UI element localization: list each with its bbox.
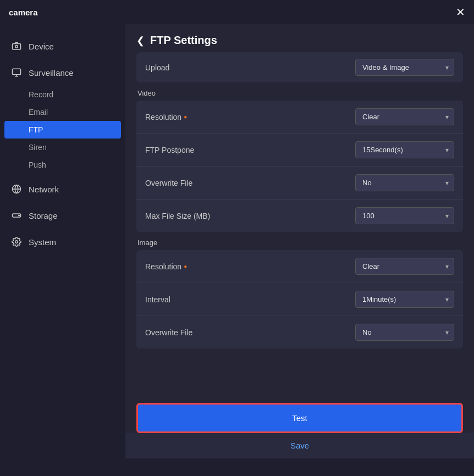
action-bar: Test bbox=[125, 403, 474, 433]
svg-point-5 bbox=[19, 215, 20, 216]
main-layout: Device Surveillance Record Email FTP bbox=[0, 24, 474, 458]
upload-dropdown-wrapper: Video & Image Video Only Image Only bbox=[355, 59, 454, 76]
video-section-label: Video bbox=[136, 89, 463, 97]
camera-icon bbox=[11, 41, 22, 52]
overwrite-file-video-dropdown-wrapper: No Yes bbox=[355, 174, 454, 191]
surveillance-sub-group: Record Email FTP Siren Push bbox=[0, 86, 125, 174]
image-resolution-dropdown[interactable]: Clear HD SD bbox=[355, 258, 454, 275]
sidebar-sub-push[interactable]: Push bbox=[0, 156, 125, 174]
video-resolution-label: Resolution ● bbox=[145, 113, 187, 121]
upload-label: Upload bbox=[145, 63, 169, 72]
max-file-size-dropdown-wrapper: 100 200 500 bbox=[355, 207, 454, 224]
interval-label: Interval bbox=[145, 295, 170, 304]
sidebar: Device Surveillance Record Email FTP bbox=[0, 24, 125, 458]
monitor-icon bbox=[11, 67, 22, 78]
sidebar-item-storage-label: Storage bbox=[29, 211, 58, 220]
max-file-size-row: Max File Size (MB) 100 200 500 bbox=[136, 200, 463, 232]
overwrite-file-image-dropdown[interactable]: No Yes bbox=[355, 324, 454, 341]
overwrite-file-image-label: Overwrite File bbox=[145, 328, 192, 337]
sidebar-item-network[interactable]: Network bbox=[0, 176, 125, 202]
ftp-postpone-row: FTP Postpone 15Second(s) 30Second(s) 60S… bbox=[136, 134, 463, 167]
app-title: camera bbox=[9, 8, 38, 17]
sidebar-item-system-label: System bbox=[29, 237, 56, 247]
overwrite-file-video-label: Overwrite File bbox=[145, 179, 192, 187]
ftp-postpone-dropdown-wrapper: 15Second(s) 30Second(s) 60Second(s) bbox=[355, 141, 454, 158]
sidebar-item-surveillance[interactable]: Surveillance bbox=[0, 59, 125, 86]
close-button[interactable]: ✕ bbox=[456, 7, 465, 18]
image-resolution-row: Resolution ● Clear HD SD bbox=[136, 250, 463, 283]
upload-dropdown[interactable]: Video & Image Video Only Image Only bbox=[355, 59, 454, 76]
video-resolution-row: Resolution ● Clear HD SD bbox=[136, 101, 463, 134]
globe-icon bbox=[11, 184, 22, 195]
sidebar-item-system[interactable]: System bbox=[0, 229, 125, 255]
save-button-row: Save bbox=[125, 433, 474, 458]
content-panel: ❮ FTP Settings Upload Video & Image Vide… bbox=[125, 24, 474, 458]
overwrite-file-video-row: Overwrite File No Yes bbox=[136, 167, 463, 200]
test-button[interactable]: Test bbox=[136, 403, 463, 433]
panel-title: FTP Settings bbox=[150, 34, 217, 47]
interval-dropdown[interactable]: 1Minute(s) 5Minute(s) 10Minute(s) bbox=[355, 291, 454, 308]
sidebar-item-device[interactable]: Device bbox=[0, 33, 125, 59]
panel-header: ❮ FTP Settings bbox=[125, 24, 474, 52]
image-resolution-dropdown-wrapper: Clear HD SD bbox=[355, 258, 454, 275]
ftp-postpone-dropdown[interactable]: 15Second(s) 30Second(s) 60Second(s) bbox=[355, 141, 454, 158]
max-file-size-dropdown[interactable]: 100 200 500 bbox=[355, 207, 454, 224]
image-settings-card: Resolution ● Clear HD SD Interval bbox=[136, 250, 463, 348]
svg-point-1 bbox=[15, 46, 18, 48]
interval-row: Interval 1Minute(s) 5Minute(s) 10Minute(… bbox=[136, 283, 463, 316]
video-resolution-dropdown[interactable]: Clear HD SD bbox=[355, 108, 454, 125]
bottom-bar bbox=[0, 458, 474, 476]
svg-rect-2 bbox=[13, 69, 21, 75]
sidebar-item-surveillance-label: Surveillance bbox=[29, 68, 74, 78]
title-bar: camera ✕ bbox=[0, 0, 474, 24]
upload-row: Upload Video & Image Video Only Image On… bbox=[136, 52, 463, 82]
back-button[interactable]: ❮ bbox=[136, 35, 145, 47]
overwrite-file-image-row: Overwrite File No Yes bbox=[136, 316, 463, 348]
svg-point-6 bbox=[15, 241, 18, 243]
max-file-size-label: Max File Size (MB) bbox=[145, 212, 210, 220]
gear-icon bbox=[11, 236, 22, 247]
sidebar-sub-siren[interactable]: Siren bbox=[0, 139, 125, 156]
sidebar-item-device-label: Device bbox=[29, 42, 54, 51]
sidebar-item-storage[interactable]: Storage bbox=[0, 202, 125, 229]
sidebar-sub-record[interactable]: Record bbox=[0, 86, 125, 103]
sidebar-sub-ftp[interactable]: FTP bbox=[4, 121, 121, 139]
video-resolution-dropdown-wrapper: Clear HD SD bbox=[355, 108, 454, 125]
video-settings-card: Resolution ● Clear HD SD FTP Postpon bbox=[136, 101, 463, 232]
panel-content: Upload Video & Image Video Only Image On… bbox=[125, 52, 474, 403]
overwrite-file-video-dropdown[interactable]: No Yes bbox=[355, 174, 454, 191]
ftp-postpone-label: FTP Postpone bbox=[145, 146, 194, 154]
svg-rect-0 bbox=[13, 44, 21, 50]
interval-dropdown-wrapper: 1Minute(s) 5Minute(s) 10Minute(s) bbox=[355, 291, 454, 308]
required-dot: ● bbox=[184, 114, 187, 120]
image-resolution-label: Resolution ● bbox=[145, 262, 187, 271]
image-required-dot: ● bbox=[184, 263, 187, 269]
hdd-icon bbox=[11, 210, 22, 221]
image-section-label: Image bbox=[136, 239, 463, 247]
sidebar-item-network-label: Network bbox=[29, 185, 59, 194]
overwrite-file-image-dropdown-wrapper: No Yes bbox=[355, 324, 454, 341]
sidebar-sub-email[interactable]: Email bbox=[0, 103, 125, 121]
save-button[interactable]: Save bbox=[290, 441, 309, 450]
